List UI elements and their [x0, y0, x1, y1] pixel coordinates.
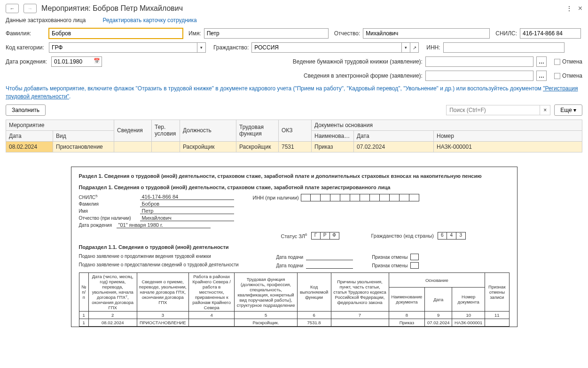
col-okz: ОКЗ: [279, 120, 312, 141]
subsection11-title: Подраздел 1.1. Сведения о трудовой (иной…: [79, 244, 510, 250]
patronymic-label: Отчество:: [334, 30, 361, 37]
section-title: Раздел 1. Сведения о трудовой (иной) дея…: [79, 173, 510, 180]
print-form: Раздел 1. Сведения о трудовой (иной) дея…: [71, 167, 517, 328]
snils-label: СНИЛС:: [495, 30, 517, 37]
col-date: Дата: [6, 130, 53, 141]
category-dropdown-icon[interactable]: ▾: [197, 42, 206, 53]
po-inn-label: ИНН (при наличии): [253, 195, 299, 200]
category-label: Код категории:: [6, 44, 46, 51]
col-func: Трудовая функция: [236, 120, 279, 141]
patronymic-input[interactable]: [363, 28, 490, 39]
elec-app-input[interactable]: [425, 71, 533, 81]
subsection1-title: Подраздел 1. Сведения о трудовой (иной) …: [79, 184, 510, 190]
po-data-row: 1 08.02.2024 ПРИОСТАНОВЛЕНИЕ Раскройщик.…: [79, 319, 509, 327]
po-name: Петр: [140, 208, 234, 214]
name-input[interactable]: [204, 28, 329, 39]
col-docname: Наименова…: [312, 130, 354, 141]
col-docdate: Дата: [354, 130, 434, 141]
elec-cancel-label: Отмена: [562, 72, 582, 79]
po-status-cells: Г Р Ф: [311, 232, 339, 240]
dob-label: Дата рождения:: [6, 58, 48, 65]
elec-app-select-button[interactable]: …: [536, 71, 547, 81]
po-data-table: № п/п Дата (число, месяц, год) приема, п…: [79, 272, 510, 327]
search-input[interactable]: [446, 105, 540, 115]
paper-app-select-button[interactable]: …: [536, 56, 547, 67]
nav-back-button[interactable]: ←: [6, 4, 19, 13]
citizenship-input[interactable]: [251, 42, 402, 53]
insured-data-label: Данные застрахованного лица: [6, 17, 86, 24]
inn-input[interactable]: [443, 42, 564, 53]
po-app1: Подано заявление о продолжении ведения т…: [79, 254, 258, 260]
calendar-icon[interactable]: 📅: [94, 58, 100, 64]
elec-cancel-checkbox[interactable]: [554, 73, 560, 79]
paper-cancel-label: Отмена: [562, 58, 582, 65]
table-row[interactable]: 08.02.2024 Приостановление Раскройщик Ра…: [6, 141, 582, 152]
po-citizen-cells: 6 4 3: [438, 232, 466, 240]
events-grid[interactable]: Мероприятие Сведения Тер. условия Должно…: [6, 120, 582, 152]
nav-forward-button[interactable]: →: [24, 4, 37, 13]
menu-dots-icon[interactable]: ⋮: [566, 5, 572, 12]
col-docs: Документы основания: [312, 120, 582, 130]
inn-label: ИНН:: [426, 44, 440, 51]
category-input[interactable]: [49, 42, 197, 53]
citizenship-label: Гражданство:: [213, 44, 249, 51]
paper-app-input[interactable]: [425, 56, 533, 67]
fill-button[interactable]: Заполнить: [6, 104, 46, 116]
po-patronymic: Михайлович: [140, 215, 234, 221]
surname-label: Фамилия:: [6, 30, 46, 37]
paper-cancel-checkbox[interactable]: [554, 59, 560, 65]
po-app2: Подано заявление о предоставлении сведен…: [79, 262, 258, 269]
col-event: Мероприятие: [6, 120, 114, 130]
elec-app-label: Сведения в электронной форме (заявление)…: [304, 72, 423, 79]
col-kind: Вид: [53, 130, 114, 141]
col-docnum: Номер: [434, 130, 582, 141]
po-snils: 416-174-866 84: [140, 194, 234, 200]
citizenship-open-icon[interactable]: ↗: [410, 42, 419, 53]
name-label: Имя:: [188, 30, 201, 37]
surname-input[interactable]: [49, 28, 183, 39]
snils-input[interactable]: [520, 28, 581, 39]
page-title: Мероприятия: Бобров Петр Михайлович: [41, 4, 183, 13]
search-clear-icon[interactable]: ×: [540, 105, 550, 115]
more-button[interactable]: Еще ▾: [554, 104, 582, 116]
citizenship-dropdown-icon[interactable]: ▾: [402, 42, 410, 53]
po-surname: Бобров: [140, 201, 234, 207]
col-info: Сведения: [114, 120, 152, 141]
close-icon[interactable]: ×: [578, 4, 582, 13]
info-text: Чтобы добавить мероприятие, включите фла…: [6, 85, 582, 101]
col-pos: Должность: [180, 120, 236, 141]
edit-employee-link[interactable]: Редактировать карточку сотрудника: [102, 17, 196, 24]
col-ter: Тер. условия: [152, 120, 180, 141]
po-dob: "01" января 1980 г.: [117, 222, 211, 228]
paper-app-label: Ведение бумажной трудовой книжки (заявле…: [293, 58, 423, 65]
po-inn-cells: [301, 194, 419, 201]
